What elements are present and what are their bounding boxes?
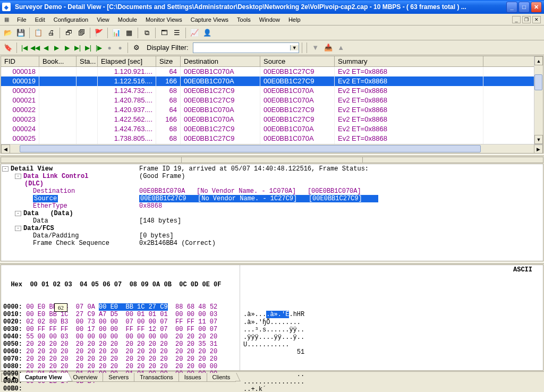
table-button[interactable]: ▦	[123, 27, 135, 39]
last-button[interactable]: ▶|	[83, 43, 93, 53]
menu-window[interactable]: Window	[255, 15, 284, 24]
tree-toggle[interactable]: -	[15, 226, 21, 231]
scroll-right-button[interactable]: ▶	[534, 144, 543, 154]
column-header[interactable]: Source	[260, 56, 335, 66]
mdi-close-button[interactable]: ✕	[532, 16, 541, 23]
mdi-restore-button[interactable]: ❐	[522, 16, 531, 23]
scroll-left-button[interactable]: ◀	[1, 144, 10, 154]
menu-help[interactable]: Help	[284, 15, 305, 24]
filter-dropdown-button[interactable]: ▼	[290, 45, 299, 50]
graph-button[interactable]: 📈	[189, 27, 200, 39]
column-header[interactable]: FID	[1, 56, 39, 66]
expert-button[interactable]: 👤	[201, 27, 213, 39]
copy-button[interactable]: 📋	[32, 27, 44, 39]
save-filter-button[interactable]: 📥	[322, 42, 334, 54]
menu-file[interactable]: File	[13, 15, 31, 24]
step-button[interactable]: |▶	[94, 43, 104, 53]
data-header[interactable]: Data (Data)	[23, 210, 73, 217]
play-button[interactable]: ▶	[52, 43, 61, 53]
hex-pane[interactable]: Hex 00 01 02 03 04 05 06 07 08 09 0A 0B …	[1, 265, 543, 371]
hex-row[interactable]: 0010: 00 E0 BB 1C 27 C9 A7 D5 00 01 01 0…	[3, 311, 237, 318]
hex-row[interactable]: 0060: 20 20 20 20 20 20 20 20 20 20 20 2…	[3, 348, 237, 355]
menu-edit[interactable]: Edit	[31, 15, 49, 24]
table-row[interactable]: 0000191.122.516....16600E0BB1C070A00E0BB…	[1, 76, 543, 86]
hex-row[interactable]: 0050: 20 20 20 20 20 20 20 20 20 20 20 2…	[3, 340, 237, 348]
data-row[interactable]: Data	[33, 217, 48, 225]
hex-row[interactable]: 0020: 02 02 80 B3 00 73 00 00 07 00 00 0…	[3, 318, 237, 326]
tab-issues[interactable]: Issues	[178, 373, 207, 382]
ascii-row[interactable]: 51	[243, 348, 540, 356]
datafcs-header[interactable]: Data/FCS	[23, 225, 54, 232]
menu-capture-views[interactable]: Capture Views	[186, 15, 233, 24]
table-row[interactable]: 0000241.424.763....6800E0BB1C27C900E0BB1…	[1, 124, 543, 134]
dlc-ethertype[interactable]: EtherType	[33, 202, 67, 210]
ascii-row[interactable]: .ÿÿÿ....ÿÿ...ÿ..	[243, 334, 540, 341]
column-header[interactable]: Size	[156, 56, 181, 66]
ascii-row[interactable]	[243, 363, 540, 371]
print-button[interactable]: 🖨	[45, 27, 57, 39]
close-button[interactable]: ✕	[531, 2, 542, 13]
display-filter-combo[interactable]: ▼	[193, 42, 299, 53]
windows-button[interactable]: 🗔	[158, 27, 170, 39]
next-page-button[interactable]: ▶|	[73, 43, 82, 53]
scroll-thumb-h[interactable]	[20, 145, 481, 152]
menu-module[interactable]: Module	[114, 15, 141, 24]
ascii-row[interactable]: ................	[243, 378, 540, 386]
stop-button[interactable]: ●	[115, 43, 125, 53]
mdi-minimize-button[interactable]: _	[512, 16, 521, 23]
splitter-1[interactable]	[0, 154, 544, 156]
ascii-row[interactable]: ..	[243, 371, 540, 378]
column-header[interactable]: Elapsed [sec]	[98, 56, 156, 66]
ascii-row[interactable]: .à».'ɧÕ........	[243, 318, 540, 326]
table-row[interactable]: 0000211.420.785....6800E0BB1C27C900E0BB1…	[1, 96, 543, 105]
grid-vscrollbar[interactable]: ▲ ▼	[534, 56, 543, 144]
detail-view-pane[interactable]: - Detail View Frame ID 19, arrived at 05…	[1, 164, 543, 261]
ascii-row[interactable]	[243, 356, 540, 363]
table-row[interactable]: 0000201.124.732....6800E0BB1C27C900E0BB1…	[1, 86, 543, 96]
dlc-header[interactable]: Data Link Control	[23, 173, 88, 180]
chart-button[interactable]: 📊	[110, 27, 122, 39]
menu-configuration[interactable]: Configuration	[49, 15, 92, 24]
tab-transactions[interactable]: Transactions	[134, 373, 179, 382]
hex-row[interactable]: 00B0:	[3, 385, 237, 392]
flag-button[interactable]: 🚩	[93, 27, 105, 39]
record-button[interactable]: ●	[105, 43, 114, 53]
table-row[interactable]: 0000251.738.805....6800E0BB1C27C900E0BB1…	[1, 134, 543, 143]
column-header[interactable]: Sta...	[76, 56, 98, 66]
next-button[interactable]: ▶	[62, 43, 72, 53]
compare-button[interactable]: 🗗	[63, 27, 74, 39]
column-header[interactable]: Destination	[181, 56, 260, 66]
bookmark-button[interactable]: 🔖	[2, 42, 14, 54]
stack-button[interactable]: 🗐	[75, 27, 87, 39]
prev-button[interactable]: ◀	[41, 43, 50, 53]
table-row[interactable]: 0000221.420.937....6400E0BB1C070A00E0BB1…	[1, 105, 543, 115]
hex-row[interactable]: 0000: 00 E0 BB 1C 07 0A 00 E0 BB 1C 27 C…	[3, 303, 237, 311]
splitter-2[interactable]	[0, 262, 544, 264]
tree-toggle[interactable]: -	[15, 174, 21, 179]
tab-clients[interactable]: Clients	[207, 373, 236, 382]
network-button[interactable]: ⧉	[141, 27, 152, 39]
filter-config-button[interactable]: ⚙	[131, 42, 142, 54]
fcs-row[interactable]: Frame Check Sequence	[33, 240, 109, 247]
maximize-button[interactable]: □	[518, 2, 530, 13]
column-header[interactable]: Book...	[39, 56, 76, 66]
scroll-thumb-v[interactable]	[534, 74, 542, 90]
dlc-destination[interactable]: Destination	[33, 188, 75, 195]
apply-filter-button[interactable]: ▼	[310, 42, 321, 54]
ascii-row[interactable]: ..+.k´	[243, 386, 540, 392]
ascii-row[interactable]: U...........	[243, 341, 540, 348]
grid-hscrollbar[interactable]: ◀ ▶	[1, 144, 543, 153]
list-button[interactable]: ☰	[171, 27, 183, 39]
mdi-doc-icon[interactable]: ▦	[2, 15, 11, 24]
scroll-down-button[interactable]: ▼	[534, 135, 543, 144]
ascii-row[interactable]: .à»....à».'É.hHR	[243, 311, 540, 318]
dlc-source[interactable]: Source	[33, 195, 58, 202]
first-button[interactable]: |◀	[20, 43, 29, 53]
menu-monitor-views[interactable]: Monitor Views	[141, 15, 186, 24]
scroll-up-button[interactable]: ▲	[534, 56, 543, 65]
padding-row[interactable]: Data/Padding	[33, 232, 79, 240]
tab-capture-view[interactable]: Capture View	[19, 373, 68, 382]
tree-toggle[interactable]: -	[2, 166, 8, 172]
tree-toggle[interactable]: -	[15, 211, 21, 216]
tab-servers[interactable]: Servers	[103, 373, 134, 382]
